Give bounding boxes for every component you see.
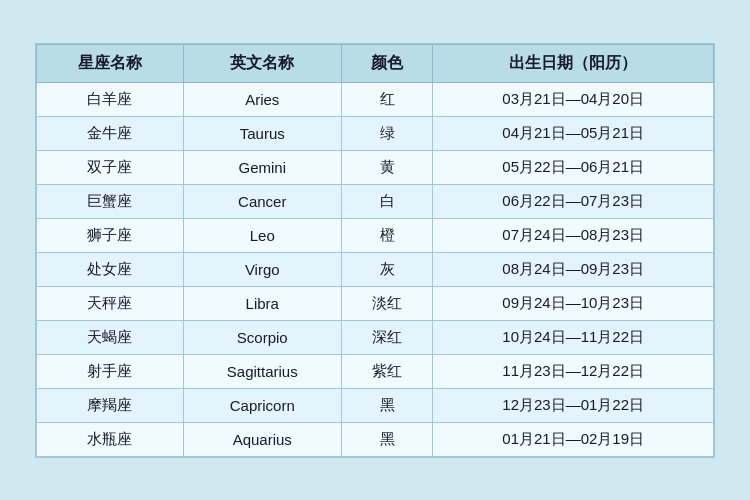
table-header-row: 星座名称 英文名称 颜色 出生日期（阳历） bbox=[37, 44, 714, 82]
cell-chinese-name: 白羊座 bbox=[37, 82, 184, 116]
cell-english-name: Gemini bbox=[183, 150, 341, 184]
zodiac-table: 星座名称 英文名称 颜色 出生日期（阳历） 白羊座Aries红03月21日—04… bbox=[36, 44, 714, 457]
cell-english-name: Cancer bbox=[183, 184, 341, 218]
header-chinese-name: 星座名称 bbox=[37, 44, 184, 82]
cell-chinese-name: 摩羯座 bbox=[37, 388, 184, 422]
cell-chinese-name: 天蝎座 bbox=[37, 320, 184, 354]
cell-dates: 08月24日—09月23日 bbox=[433, 252, 714, 286]
table-body: 白羊座Aries红03月21日—04月20日金牛座Taurus绿04月21日—0… bbox=[37, 82, 714, 456]
table-row: 处女座Virgo灰08月24日—09月23日 bbox=[37, 252, 714, 286]
cell-dates: 10月24日—11月22日 bbox=[433, 320, 714, 354]
cell-color: 黑 bbox=[341, 422, 432, 456]
header-dates: 出生日期（阳历） bbox=[433, 44, 714, 82]
table-row: 摩羯座Capricorn黑12月23日—01月22日 bbox=[37, 388, 714, 422]
table-row: 天蝎座Scorpio深红10月24日—11月22日 bbox=[37, 320, 714, 354]
cell-dates: 05月22日—06月21日 bbox=[433, 150, 714, 184]
cell-dates: 11月23日—12月22日 bbox=[433, 354, 714, 388]
cell-dates: 06月22日—07月23日 bbox=[433, 184, 714, 218]
table-row: 狮子座Leo橙07月24日—08月23日 bbox=[37, 218, 714, 252]
zodiac-table-container: 星座名称 英文名称 颜色 出生日期（阳历） 白羊座Aries红03月21日—04… bbox=[35, 43, 715, 458]
cell-color: 紫红 bbox=[341, 354, 432, 388]
cell-english-name: Capricorn bbox=[183, 388, 341, 422]
cell-english-name: Aquarius bbox=[183, 422, 341, 456]
table-row: 双子座Gemini黄05月22日—06月21日 bbox=[37, 150, 714, 184]
cell-english-name: Taurus bbox=[183, 116, 341, 150]
cell-color: 橙 bbox=[341, 218, 432, 252]
cell-color: 绿 bbox=[341, 116, 432, 150]
cell-chinese-name: 射手座 bbox=[37, 354, 184, 388]
cell-english-name: Libra bbox=[183, 286, 341, 320]
cell-chinese-name: 水瓶座 bbox=[37, 422, 184, 456]
cell-color: 红 bbox=[341, 82, 432, 116]
cell-english-name: Scorpio bbox=[183, 320, 341, 354]
cell-english-name: Virgo bbox=[183, 252, 341, 286]
cell-chinese-name: 双子座 bbox=[37, 150, 184, 184]
cell-dates: 03月21日—04月20日 bbox=[433, 82, 714, 116]
table-row: 天秤座Libra淡红09月24日—10月23日 bbox=[37, 286, 714, 320]
cell-color: 深红 bbox=[341, 320, 432, 354]
cell-color: 白 bbox=[341, 184, 432, 218]
header-color: 颜色 bbox=[341, 44, 432, 82]
cell-dates: 04月21日—05月21日 bbox=[433, 116, 714, 150]
cell-color: 黄 bbox=[341, 150, 432, 184]
table-row: 射手座Sagittarius紫红11月23日—12月22日 bbox=[37, 354, 714, 388]
table-row: 金牛座Taurus绿04月21日—05月21日 bbox=[37, 116, 714, 150]
cell-english-name: Aries bbox=[183, 82, 341, 116]
cell-dates: 09月24日—10月23日 bbox=[433, 286, 714, 320]
table-row: 水瓶座Aquarius黑01月21日—02月19日 bbox=[37, 422, 714, 456]
table-row: 白羊座Aries红03月21日—04月20日 bbox=[37, 82, 714, 116]
cell-chinese-name: 狮子座 bbox=[37, 218, 184, 252]
cell-english-name: Sagittarius bbox=[183, 354, 341, 388]
table-row: 巨蟹座Cancer白06月22日—07月23日 bbox=[37, 184, 714, 218]
cell-color: 淡红 bbox=[341, 286, 432, 320]
cell-chinese-name: 处女座 bbox=[37, 252, 184, 286]
cell-chinese-name: 金牛座 bbox=[37, 116, 184, 150]
cell-chinese-name: 巨蟹座 bbox=[37, 184, 184, 218]
cell-color: 灰 bbox=[341, 252, 432, 286]
cell-dates: 12月23日—01月22日 bbox=[433, 388, 714, 422]
cell-dates: 01月21日—02月19日 bbox=[433, 422, 714, 456]
cell-dates: 07月24日—08月23日 bbox=[433, 218, 714, 252]
header-english-name: 英文名称 bbox=[183, 44, 341, 82]
cell-english-name: Leo bbox=[183, 218, 341, 252]
cell-color: 黑 bbox=[341, 388, 432, 422]
cell-chinese-name: 天秤座 bbox=[37, 286, 184, 320]
